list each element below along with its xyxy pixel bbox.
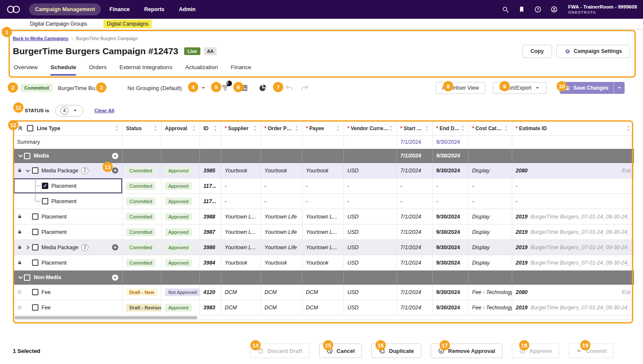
cell-payee[interactable]: DCM [302,285,344,300]
cell-line-type[interactable]: ✓Placement [14,178,123,193]
cell-cost-category[interactable]: Display [469,209,512,224]
cell-order-partner[interactable]: - [261,194,302,209]
cell-vendor-currency[interactable]: USD [344,300,397,315]
cell-status[interactable]: Committed [123,240,161,255]
table-row[interactable]: PlacementCommittedApproved3988Yourtown L… [14,209,634,224]
cell-start-date[interactable]: 7/1/2024 [397,285,433,300]
tab-schedule[interactable]: Schedule [50,64,76,76]
sort-icon[interactable] [192,125,196,131]
save-changes-menu-toggle[interactable] [614,82,625,94]
cell-estimate-id[interactable]: 2019BurgerTime Burgers_07-01-24_09-30-24… [512,240,634,255]
cell-start-date[interactable]: 7/1/2024 [397,240,433,255]
tab-external-integrations[interactable]: External Integrations [120,64,173,76]
cell-end-date[interactable]: 9/30/2024 [433,163,469,178]
cell-estimate-id[interactable]: 2019BurgerTime Burgers_07-01-24_09-30-24… [512,255,634,270]
cell-approval[interactable]: Not Approved [161,285,200,300]
undo-icon[interactable] [283,82,295,93]
cell-vendor-currency[interactable]: USD [344,285,397,300]
sort-icon[interactable] [153,125,158,131]
cell-cost-category[interactable]: Display [469,224,512,239]
chevron-down-icon[interactable] [17,152,24,159]
cell-supplier[interactable]: DCM [221,285,261,300]
column-header-start-date[interactable]: *Start Date [397,121,433,135]
cell-approval[interactable]: Approved [161,240,200,255]
subnav-item-digital-campaign-groups[interactable]: Digital Campaign Groups [26,20,91,28]
cell-supplier[interactable]: - [221,194,261,209]
cell-payee[interactable]: - [302,194,344,209]
status-filter-dropdown[interactable]: 4 [55,105,83,116]
row-checkbox[interactable] [32,167,38,174]
cell-approval[interactable]: Approved [161,224,200,239]
clear-all-filters-link[interactable]: Clear All [94,108,114,113]
subnav-item-digital-campaigns[interactable]: Digital Campaigns [103,20,152,28]
cell-start-date[interactable]: 7/1/2024 [397,224,433,239]
cell-end-date[interactable]: - [433,178,469,193]
brand-logo[interactable] [6,5,21,14]
chevron-down-icon[interactable] [17,274,24,281]
cell-order-partner[interactable]: Yourtown Life [261,240,302,255]
cell-estimate-id[interactable]: 2080Esti [512,285,634,300]
cell-payee[interactable]: Yourbook [302,255,344,270]
cell-line-type[interactable]: Placement [14,194,123,209]
cell-end-date[interactable]: 9/30/2024 [433,240,469,255]
scrollbar-thumb[interactable] [15,316,197,319]
sort-icon[interactable] [213,125,217,131]
cell-estimate-id[interactable]: 2019BurgerTime Burgers_07-01-24_09-30-24… [512,300,634,315]
cell-approval[interactable]: Approved [161,194,200,209]
column-header-status[interactable]: Status [123,121,161,135]
pie-chart-icon[interactable] [257,82,269,93]
cell-end-date[interactable]: - [433,194,469,209]
cell-vendor-currency[interactable]: USD [344,240,397,255]
cell-approval[interactable]: Approved [161,255,200,270]
cell-cost-category[interactable]: Fee - Technology [469,285,512,300]
cell-estimate-id[interactable]: 2019BurgerTime Burgers_07-01-24_09-30-24… [512,209,634,224]
row-checkbox[interactable] [32,304,38,311]
row-checkbox[interactable] [32,213,38,220]
nav-item-reports[interactable]: Reports [138,3,170,15]
table-row[interactable]: Media Package2CommittedApproved3986Yourt… [14,240,634,255]
cell-approval[interactable]: Approved [161,163,200,178]
nav-item-finance[interactable]: Finance [103,3,135,15]
cell-supplier[interactable]: Yourtown L... [221,240,261,255]
table-row[interactable]: PlacementCommittedApproved117...-------- [14,194,634,209]
cell-line-type[interactable]: Fee [14,300,123,315]
cell-status[interactable]: Committed [123,224,161,239]
cell-estimate-id[interactable]: 2080Esti [512,163,634,178]
account-icon[interactable] [550,6,558,13]
save-changes-button[interactable]: Save Changes [560,82,625,94]
cell-status[interactable]: Draft - Revised [123,300,161,315]
cell-payee[interactable]: DCM [302,300,344,315]
cell-line-type[interactable]: Placement [14,255,123,270]
row-checkbox[interactable] [32,244,38,250]
cell-end-date[interactable]: 9/30/2024 [433,224,469,239]
cell-start-date[interactable]: 7/1/2024 [397,300,433,315]
cell-end-date[interactable]: 9/30/2024 [433,255,469,270]
cell-status[interactable]: Committed [123,255,161,270]
add-line-button[interactable] [112,152,119,160]
cell-cost-category[interactable]: Fee - Technology [469,300,512,315]
sort-icon[interactable] [336,125,340,131]
cell-cost-category[interactable]: - [469,178,512,193]
cell-payee[interactable]: Yourbook [302,163,344,178]
copy-button[interactable]: Copy [523,45,552,58]
add-line-button[interactable] [112,244,119,251]
cell-id[interactable]: 3986 [200,240,221,255]
cell-cost-category[interactable]: - [469,194,512,209]
cell-id[interactable]: 4120 [200,285,221,300]
nav-item-campaign-management[interactable]: Campaign Management [29,3,101,15]
cell-payee[interactable]: Yourtown L... [302,224,344,239]
cell-order-partner[interactable]: DCM [261,285,302,300]
row-checkbox[interactable] [32,289,38,295]
cell-order-partner[interactable]: Yourtown Life [261,224,302,239]
cell-id[interactable]: 3984 [200,255,221,270]
cell-status[interactable]: Committed [123,178,161,193]
cell-supplier[interactable]: - [221,178,261,193]
cell-vendor-currency[interactable]: USD [344,224,397,239]
redo-icon[interactable] [299,82,311,93]
tab-orders[interactable]: Orders [89,64,106,76]
cell-cost-category[interactable]: Display [469,255,512,270]
cell-approval[interactable]: Approved [161,300,200,315]
cell-end-date[interactable]: 9/30/2024 [433,285,469,300]
cell-estimate-id[interactable]: - [512,194,634,209]
cell-supplier[interactable]: Yourtown L... [221,209,261,224]
